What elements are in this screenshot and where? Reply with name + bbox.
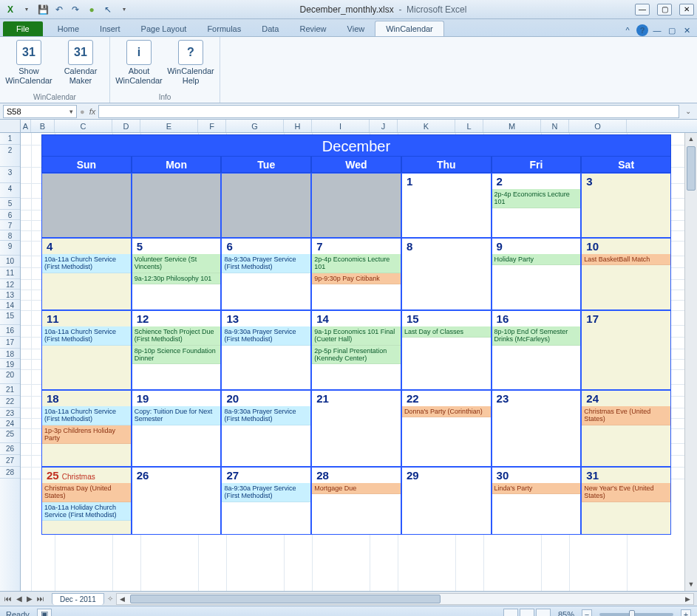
- row-header[interactable]: 21: [0, 384, 20, 396]
- page-layout-view-button[interactable]: [520, 609, 534, 617]
- calendar-day[interactable]: 28Mortgage Due: [311, 467, 401, 535]
- column-header[interactable]: N: [541, 120, 569, 132]
- row-header[interactable]: 27: [0, 455, 20, 467]
- row-header[interactable]: 5: [0, 198, 20, 210]
- sheet-nav-last-icon[interactable]: ⏭: [35, 595, 46, 603]
- calendar-day[interactable]: 68a-9:30a Prayer Service (First Methodis…: [221, 238, 311, 310]
- scroll-right-icon[interactable]: ▶: [681, 594, 693, 604]
- row-header[interactable]: 1: [0, 133, 20, 145]
- tab-view[interactable]: View: [337, 21, 375, 36]
- calendar-event[interactable]: Volunteer Service (St Vincents): [132, 254, 221, 273]
- calendar-event[interactable]: Holiday Party: [492, 254, 581, 265]
- calendar-day[interactable]: 24Christmas Eve (United States): [581, 390, 671, 467]
- ribbon-minimize-icon[interactable]: ^: [622, 24, 633, 36]
- zoom-thumb[interactable]: [629, 610, 635, 617]
- calendar-day[interactable]: 17: [581, 310, 671, 390]
- calendar-day[interactable]: 30Linda's Party: [492, 467, 582, 535]
- calendar-day[interactable]: 8: [401, 238, 492, 310]
- row-header[interactable]: 15: [0, 310, 20, 325]
- save-icon[interactable]: 💾: [35, 2, 50, 17]
- calendar-day[interactable]: [132, 173, 222, 238]
- zoom-in-button[interactable]: +: [681, 609, 691, 617]
- calendar-event[interactable]: Last BasketBall Match: [582, 254, 670, 265]
- calendar-event[interactable]: 1p-3p Childrens Holiday Party: [42, 425, 131, 445]
- sheet-tab[interactable]: Dec - 2011: [52, 593, 104, 605]
- calendar-event[interactable]: 10a-11a Holiday Church Service (First Me…: [42, 502, 131, 521]
- tab-insert[interactable]: Insert: [89, 21, 131, 36]
- column-header[interactable]: H: [284, 120, 312, 132]
- calendar-day[interactable]: 23: [492, 390, 582, 467]
- sheet-nav-next-icon[interactable]: ▶: [25, 595, 34, 603]
- calendar-day[interactable]: 278a-9:30a Prayer Service (First Methodi…: [221, 467, 311, 535]
- select-all-corner[interactable]: [0, 120, 21, 132]
- tab-wincalendar[interactable]: WinCalendar: [375, 21, 444, 36]
- calendar-event[interactable]: 2p-4p Economics Lecture 101: [312, 254, 401, 273]
- formula-input[interactable]: [98, 105, 679, 118]
- column-header[interactable]: F: [198, 120, 226, 132]
- formula-bar-expand-icon[interactable]: ⌄: [682, 107, 694, 115]
- calendar-event[interactable]: 10a-11a Church Service (First Methodist): [42, 254, 131, 273]
- add-sheet-icon[interactable]: ✧: [107, 595, 113, 603]
- column-header[interactable]: J: [370, 120, 398, 132]
- calendar-day[interactable]: 25ChristmasChristmas Day (United States)…: [41, 467, 132, 535]
- column-header[interactable]: L: [455, 120, 483, 132]
- calendar-day[interactable]: 26: [132, 467, 222, 535]
- row-header[interactable]: 28: [0, 467, 20, 479]
- row-header[interactable]: 26: [0, 443, 20, 455]
- column-header[interactable]: E: [140, 120, 198, 132]
- calendar-event[interactable]: 9a-12:30p Philosophy 101: [132, 273, 221, 284]
- ribbon-item-show[interactable]: 31ShowWinCalendar: [6, 40, 52, 92]
- calendar-event[interactable]: 8a-9:30a Prayer Service (First Methodist…: [222, 254, 310, 273]
- column-header[interactable]: D: [112, 120, 140, 132]
- zoom-level[interactable]: 85%: [558, 610, 574, 617]
- new-icon[interactable]: ●: [84, 2, 99, 17]
- calendar-event[interactable]: 10a-11a Church Service (First Methodist): [42, 326, 131, 346]
- calendar-day[interactable]: 168p-10p End Of Semester Drinks (McFarle…: [492, 310, 582, 390]
- calendar-day[interactable]: 1: [401, 173, 492, 238]
- maximize-button[interactable]: ▢: [657, 4, 672, 16]
- sheet-nav-prev-icon[interactable]: ◀: [15, 595, 24, 603]
- vertical-scrollbar[interactable]: ▲ ▼: [684, 133, 697, 591]
- calendar-day[interactable]: 5Volunteer Service (St Vincents)9a-12:30…: [132, 238, 222, 310]
- chevron-down-icon[interactable]: ▾: [69, 108, 73, 115]
- calendar-event[interactable]: 2p-5p Final Presentation (Kennedy Center…: [312, 346, 401, 365]
- calendar-day[interactable]: 10Last BasketBall Match: [581, 238, 671, 310]
- tab-page-layout[interactable]: Page Layout: [131, 21, 197, 36]
- row-header[interactable]: 7: [0, 220, 20, 230]
- undo-icon[interactable]: ↶: [52, 2, 67, 17]
- zoom-out-button[interactable]: −: [582, 609, 592, 617]
- row-header[interactable]: 19: [0, 359, 20, 369]
- macro-record-icon[interactable]: ▣: [37, 609, 52, 616]
- workbook-minimize-icon[interactable]: —: [651, 24, 663, 36]
- calendar-event[interactable]: Linda's Party: [492, 483, 581, 494]
- column-header[interactable]: K: [398, 120, 455, 132]
- tab-review[interactable]: Review: [289, 21, 336, 36]
- calendar-event[interactable]: New Year's Eve (United States): [582, 483, 670, 502]
- column-header[interactable]: B: [31, 120, 55, 132]
- tab-data[interactable]: Data: [251, 21, 289, 36]
- row-header[interactable]: 8: [0, 230, 20, 241]
- column-header[interactable]: M: [483, 120, 541, 132]
- calendar-day[interactable]: 208a-9:30a Prayer Service (First Methodi…: [221, 390, 311, 467]
- calendar-event[interactable]: Christmas Day (United States): [42, 483, 131, 502]
- excel-icon[interactable]: X: [3, 2, 18, 17]
- calendar-event[interactable]: 8a-9:30a Prayer Service (First Methodist…: [222, 406, 310, 425]
- calendar-day[interactable]: 15Last Day of Classes: [401, 310, 492, 390]
- row-header[interactable]: 13: [0, 290, 20, 300]
- calendar-event[interactable]: 8p-10p Science Foundation Dinner: [132, 346, 221, 365]
- calendar-event[interactable]: 9p-9:30p Pay Citibank: [312, 273, 401, 284]
- row-header[interactable]: 14: [0, 300, 20, 310]
- calendar-day[interactable]: 19Copy: Tuition Due for Next Semester: [132, 390, 222, 467]
- calendar-day[interactable]: 149a-1p Economics 101 Final (Cueter Hall…: [311, 310, 401, 390]
- row-header[interactable]: 20: [0, 369, 20, 384]
- calendar-day[interactable]: [221, 173, 311, 238]
- calendar-event[interactable]: 8a-9:30a Prayer Service (First Methodist…: [222, 326, 310, 346]
- calendar-event[interactable]: Copy: Tuition Due for Next Semester: [132, 406, 221, 425]
- ribbon-item-about[interactable]: iAboutWinCalendar: [116, 40, 162, 92]
- cursor-icon[interactable]: ↖: [101, 2, 115, 17]
- row-header[interactable]: 10: [0, 256, 20, 267]
- calendar-day[interactable]: 72p-4p Economics Lecture 1019p-9:30p Pay…: [311, 238, 401, 310]
- calendar-day[interactable]: 21: [311, 390, 401, 467]
- calendar-event[interactable]: Mortgage Due: [312, 483, 401, 494]
- calendar-event[interactable]: 2p-4p Economics Lecture 101: [492, 189, 581, 208]
